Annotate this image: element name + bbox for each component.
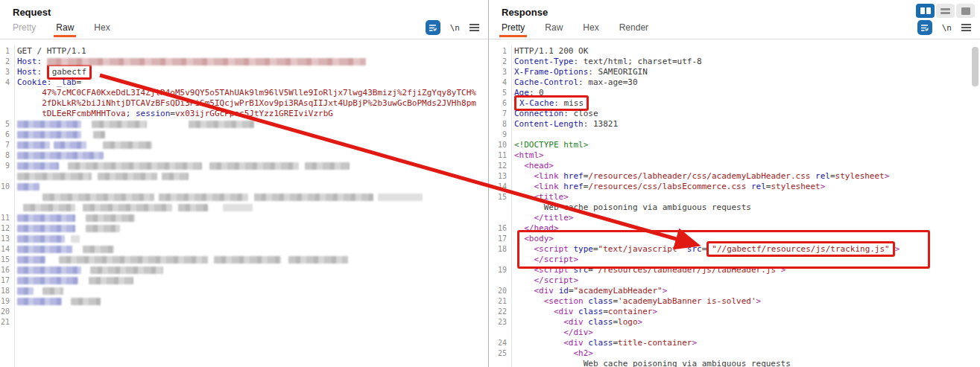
code-text: GET / HTTP/1.1 (17, 46, 86, 56)
tab-hex[interactable]: Hex (94, 18, 110, 37)
code-line: Cookie: _lab= (14, 77, 488, 88)
redaction-gap (299, 162, 305, 170)
code-line: <head> (511, 161, 980, 171)
code-text: 2fDkLkR%2biJiNhtjDTCAVzBFsQDi3PiGm5IQcjw… (42, 98, 476, 108)
code-row (0, 202, 488, 213)
code-text: vx03ijrGGcPpoc5JtYzz1GREIviVzrbG (175, 109, 333, 118)
code-text: session (136, 109, 170, 118)
redacted-text (17, 121, 81, 128)
code-line: </title> (511, 213, 980, 223)
line-number: 25 (489, 348, 511, 359)
code-row: 3X-Frame-Options: SAMEORIGIN (489, 67, 980, 77)
code-row: 8 (0, 150, 488, 161)
code-line (14, 213, 488, 223)
editor-menu-icon[interactable] (961, 24, 971, 25)
code-row: 5 (0, 119, 488, 130)
request-editor[interactable]: 1GET / HTTP/1.12Host: 3Host: gabectf4Coo… (0, 45, 488, 367)
line-number: 6 (489, 98, 511, 109)
code-row: 25 <h2> (489, 348, 980, 359)
redacted-text (17, 214, 75, 222)
layout-stacked-button[interactable] (936, 4, 955, 18)
code-text: X-Cache (519, 98, 554, 108)
code-text (514, 348, 573, 358)
code-line: <title> (511, 192, 980, 202)
code-row: Web cache poisoning via ambiguous reques… (489, 359, 980, 367)
code-line: </div> (511, 328, 980, 338)
code-text: type (573, 244, 593, 254)
code-text: : (37, 67, 47, 77)
code-text: </script> (534, 255, 579, 264)
code-line (14, 275, 488, 286)
code-row: 14 <link href=/resources/css/labsEcommer… (489, 182, 980, 192)
show-newlines-toggle[interactable]: \n (942, 23, 952, 33)
tab-raw[interactable]: Raw (56, 18, 74, 37)
redacted-text (93, 131, 105, 138)
code-row: 23 <div class=logo> (489, 317, 980, 328)
line-number: 4 (0, 77, 14, 88)
code-row: 1GET / HTTP/1.1 (0, 46, 488, 57)
code-text: Host (17, 67, 37, 77)
redacted-text (17, 131, 81, 138)
line-number: 17 (489, 234, 511, 244)
code-row: 21 <section class='academyLabBanner is-s… (489, 296, 980, 307)
code-text: 47%7cMC0CFA0KxeDdL3I4ZjlR4oM5v9QY5o5TAhU… (42, 88, 476, 98)
line-number: 10 (489, 140, 511, 150)
code-line: Host: gabectf (14, 67, 488, 77)
tab-hex[interactable]: Hex (583, 18, 598, 37)
code-text: <div (534, 286, 554, 296)
code-row: 3Host: gabectf (0, 67, 488, 77)
code-text: : 13821 (584, 119, 618, 129)
response-editor[interactable]: 1HTTP/1.1 200 OK2Content-Type: text/html… (489, 45, 980, 367)
code-line (14, 192, 488, 202)
redacted-text (17, 298, 62, 305)
line-number: 21 (489, 296, 511, 307)
editor-menu-icon[interactable] (470, 24, 479, 25)
tab-pretty[interactable]: Pretty (13, 18, 36, 37)
code-text: "//gabectf/resources/js/tracking.js" (712, 244, 889, 254)
line-number: 15 (489, 192, 511, 202)
code-row: 12 (0, 223, 488, 234)
code-line: X-Frame-Options: SAMEORIGIN (511, 67, 980, 77)
code-row: 13 <link href=/resources/labheader/css/a… (489, 171, 980, 182)
line-number: 8 (0, 150, 14, 161)
tab-raw[interactable]: Raw (545, 18, 563, 37)
tab-render[interactable]: Render (619, 18, 648, 37)
line-number: 9 (0, 161, 14, 171)
code-text: <div (563, 338, 584, 348)
code-text: X-Frame-Options (514, 67, 588, 77)
redaction-gap (92, 173, 98, 180)
code-line (14, 161, 488, 171)
code-line: <div class=container> (511, 307, 980, 317)
redacted-text (17, 173, 92, 180)
code-text: stylesheet (771, 182, 820, 191)
panel-divider[interactable] (488, 0, 489, 367)
redacted-text (17, 267, 81, 274)
redaction-gap (208, 256, 214, 264)
redaction-gap (75, 214, 86, 222)
layout-columns-button[interactable] (916, 4, 935, 18)
redacted-text (86, 225, 120, 232)
scrollbar-thumb[interactable] (972, 47, 979, 86)
wrap-lines-icon[interactable] (426, 20, 440, 35)
tab-pretty[interactable]: Pretty (502, 18, 525, 37)
code-line (14, 234, 488, 244)
code-text: <section (544, 296, 584, 306)
code-line (14, 171, 488, 182)
code-text: <div (563, 317, 584, 327)
code-line: Host: (14, 57, 488, 67)
code-row: 6 (0, 130, 488, 140)
code-row: 17 (0, 275, 488, 286)
code-text: <script (534, 244, 569, 254)
line-number: 2 (489, 57, 511, 67)
code-line: Web cache poisoning via ambiguous reques… (511, 359, 980, 367)
show-newlines-toggle[interactable]: \n (450, 23, 460, 33)
line-number: 11 (0, 213, 14, 223)
code-row: 13 (0, 234, 488, 244)
code-text: src (573, 265, 588, 275)
code-text: = (170, 109, 175, 118)
code-text: = (593, 244, 598, 254)
code-text: Web cache poisoning via ambiguous reques… (514, 202, 751, 212)
code-text: ; (126, 109, 136, 118)
layout-single-button[interactable] (956, 4, 975, 18)
wrap-lines-icon[interactable] (917, 20, 932, 35)
